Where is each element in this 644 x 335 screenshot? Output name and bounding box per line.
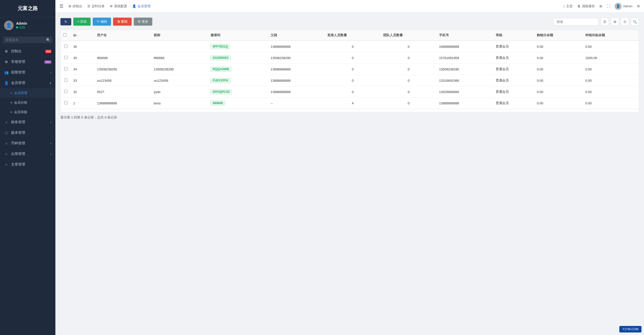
cell-plant-balance: 0.00 [583, 98, 639, 109]
cell-invite-code: RQQA386B [208, 64, 268, 75]
cell-invite-code: FUEV2PFA [208, 75, 268, 86]
chevron-icon: ‹ [50, 121, 51, 124]
col-team-count: 团队人员数量 [381, 30, 437, 41]
sidebar-item-members[interactable]: 👤 会员管理 ∨ [0, 78, 55, 88]
sidebar-item-dashboard[interactable]: ⚙ 控制台 hot [0, 46, 55, 57]
sidebar-item-member-manage[interactable]: 会员管理 [0, 88, 55, 98]
cell-phone: 15761691959 [437, 52, 493, 64]
sidebar-item-member-level[interactable]: 会员等级 [0, 107, 55, 117]
members-table: ID ↕ 用户名 昵称 邀请码 父级 直推人员数量 团队人员数量 手机号 等级 … [61, 30, 639, 109]
sidebar-item-currency[interactable]: ○ 币种管理 ‹ [0, 138, 55, 149]
row-checkbox[interactable] [64, 45, 67, 48]
cell-plant-balance: 0.00 [583, 86, 639, 98]
home-button[interactable]: ⌂ 主页 [563, 4, 573, 9]
table-row: 34 13508238290 13508238290 RQQA386B 1388… [61, 64, 639, 75]
cell-direct-count: 0 [325, 41, 381, 52]
nav-item-dashboard[interactable]: ⊞ 控制台 [68, 4, 82, 9]
col-direct-count: 直推人员数量 [325, 30, 381, 41]
row-checkbox[interactable] [64, 90, 67, 93]
delete-button[interactable]: 🗑 删除 [113, 18, 132, 26]
scheduled-nav-icon: ☰ [87, 4, 90, 8]
toolbar-right: ☰ ⊞ ⊡ 🔍 [553, 18, 639, 26]
sidebar-search-section[interactable]: 🔍 [0, 34, 55, 46]
cell-shop-balance: 0.00 [534, 64, 583, 75]
sidebar-logo: 元富之路 [0, 0, 55, 17]
sidebar-item-article[interactable]: ○ 文章管理 [0, 159, 55, 170]
cell-username: 9527 [94, 86, 151, 98]
table-row: 36 9FP7B21Q 13888888888 0 0 18888888888 … [61, 41, 639, 52]
permissions-icon: 👥 [4, 70, 9, 74]
table-row: 33 ou123456 ou123456 FUEV2PFA 1388888888… [61, 75, 639, 86]
sysconfig-nav-icon: ⚙ [110, 4, 113, 8]
row-checkbox[interactable] [64, 78, 67, 82]
toggle-button[interactable]: ☰ [59, 4, 63, 9]
sidebar-item-member-group[interactable]: 会员分组 [0, 98, 55, 107]
fullscreen-icon: ⛶ [607, 4, 610, 8]
cell-username: 13508238290 [94, 64, 151, 75]
cell-team-count: 0 [381, 75, 437, 86]
list-view-button[interactable]: ☰ [601, 18, 609, 26]
filter-button[interactable]: ⊡ [621, 18, 629, 26]
refresh-button[interactable]: ↻ [60, 18, 71, 25]
finance-icon: ○ [4, 120, 9, 124]
dashboard-icon: ⚙ [4, 49, 9, 53]
grid-view-icon: ⊞ [614, 20, 616, 24]
sidebar-item-permissions[interactable]: 👥 权限管理 ‹ [0, 67, 55, 78]
row-checkbox[interactable] [64, 67, 67, 70]
cell-phone: 18888888888 [437, 41, 493, 52]
cell-level: 普通会员 [493, 52, 534, 64]
currency-icon: ○ [4, 141, 9, 145]
cell-parent: 13888888888 [268, 75, 325, 86]
table-search-input[interactable] [553, 18, 599, 25]
clear-cache-button[interactable]: 🗑 清除缓存 [577, 4, 595, 9]
cell-shop-balance: 0.00 [534, 41, 583, 52]
cell-nickname [151, 41, 208, 52]
nav-item-sysconfig[interactable]: ⚙ 系统配置 [110, 4, 127, 9]
sidebar-item-version[interactable]: □ 版本管理 [0, 128, 55, 138]
nav-item-members[interactable]: 👤 会员管理 [132, 4, 151, 9]
sidebar-item-crowdfunding[interactable]: ○ 众筹管理 ‹ [0, 149, 55, 159]
horizontal-scrollbar[interactable] [61, 109, 639, 112]
chevron-icon: ‹ [50, 142, 51, 145]
sort-icon[interactable]: ↕ [78, 34, 79, 37]
cell-shop-balance: 0.00 [534, 98, 583, 109]
cell-plant-balance: 1000.00 [583, 52, 639, 64]
sidebar-item-finance[interactable]: ○ 财务管理 ‹ [0, 117, 55, 128]
content-area: ↻ + 添加 ✎ 编辑 🗑 删除 ⚙ 更多 ☰ ⊞ ⊡ 🔍 [55, 13, 644, 335]
settings-button[interactable]: ⚙ [637, 4, 640, 8]
search-icon: 🔍 [633, 20, 637, 24]
more-button[interactable]: ⚙ 更多 [134, 18, 152, 26]
fullscreen-button[interactable]: ⛶ [607, 4, 610, 8]
cell-phone: 13026666666 [437, 86, 493, 98]
cell-direct-count: 0 [325, 86, 381, 98]
add-button[interactable]: + 添加 [73, 18, 91, 26]
submenu-dot [11, 102, 12, 103]
sort-icon[interactable]: ↕ [503, 34, 505, 37]
chevron-icon: ‹ [50, 152, 51, 155]
col-parent: 父级 [268, 30, 325, 41]
topbar-user[interactable]: 👤 Admin [615, 3, 632, 10]
sidebar-user-section: 👤 Admin 在线 [0, 17, 55, 34]
row-checkbox[interactable] [64, 101, 67, 104]
edit-button[interactable]: ✎ 编辑 [93, 18, 111, 26]
members-icon: 👤 [4, 81, 9, 85]
version-icon: □ [4, 131, 9, 135]
cell-id: 36 [71, 41, 94, 52]
search-input[interactable] [3, 36, 52, 43]
cell-direct-count: 0 [325, 64, 381, 75]
grid-view-button[interactable]: ⊞ [611, 18, 619, 26]
cell-direct-count: 0 [325, 52, 381, 64]
chevron-down-icon: ∨ [49, 81, 51, 85]
list-icon: ☰ [603, 20, 606, 24]
cell-phone: 13888888888 [437, 98, 493, 109]
nav-item-scheduled[interactable]: ☰ 定时任务 [87, 4, 105, 9]
topbar-right: ⌂ 主页 🗑 清除缓存 ⊞ ⛶ 👤 Admin ⚙ [563, 3, 640, 10]
cell-nickname: ou123456 [151, 75, 208, 86]
select-all-checkbox[interactable] [63, 33, 66, 36]
sidebar-item-general[interactable]: ⚙ 常规管理 new [0, 57, 55, 67]
grid-icon-button[interactable]: ⊞ [599, 4, 602, 8]
topbar-username: Admin [623, 4, 632, 8]
row-checkbox[interactable] [64, 56, 67, 59]
search-button[interactable]: 🔍 [631, 18, 639, 26]
main-area: ☰ ⊞ 控制台 ☰ 定时任务 ⚙ 系统配置 👤 会员管理 ⌂ 主页 [55, 0, 644, 335]
